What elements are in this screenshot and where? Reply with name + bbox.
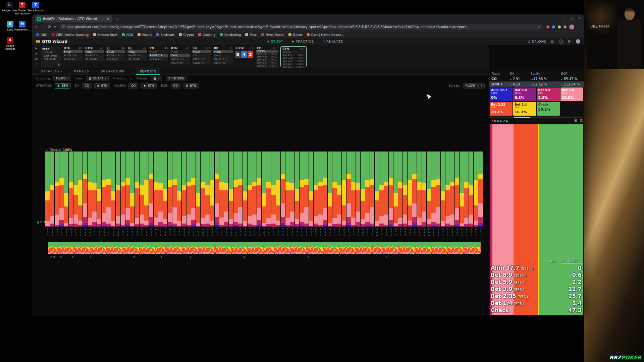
strategy-cell-bet-5-9[interactable]: Bet 5.983%2.3%	[537, 87, 560, 101]
flop-bar[interactable]	[97, 152, 101, 227]
fullscreen-icon[interactable]: ⊡	[551, 40, 554, 43]
extension-icon[interactable]	[552, 25, 555, 28]
strategy-cell-check[interactable]: Check50.2%	[537, 102, 560, 116]
bookmark-item[interactable]: Crypto	[179, 33, 194, 37]
flop-bar[interactable]	[92, 152, 97, 227]
strategy-cell-bet-2-35[interactable]: Bet 2.3533%20.1%	[490, 102, 513, 116]
flop-bar[interactable]	[300, 152, 304, 227]
flop-bar[interactable]	[116, 152, 120, 227]
preflop-action-row[interactable]: FOLD	[149, 50, 168, 53]
view-select[interactable]: ▥CHART▾	[86, 76, 109, 81]
flop-bar[interactable]	[201, 152, 205, 227]
flop-bar[interactable]	[323, 152, 327, 227]
postflop-action-row[interactable]: CHECK	[256, 50, 278, 53]
flop-bar[interactable]	[328, 152, 332, 227]
preflop-action-row[interactable]: FOLD	[170, 50, 190, 53]
flop-bar[interactable]	[295, 152, 299, 227]
flop-bar[interactable]	[144, 152, 149, 227]
actions-select[interactable]: ▦▾	[151, 76, 162, 81]
flop-bar[interactable]	[314, 152, 318, 227]
bookmark-item[interactable]: Vocals	[138, 33, 152, 37]
flop-bar[interactable]	[318, 152, 323, 227]
desktop-icon[interactable]: MMalwareby...	[13, 21, 31, 32]
flop-bar[interactable]	[464, 152, 469, 227]
preflop-action-row[interactable]: FOLD	[127, 50, 147, 53]
preflop-action-row[interactable]: RAISE 2.3	[85, 54, 104, 57]
preflop-action-row[interactable]: RAISE 2.3	[63, 54, 83, 57]
home-icon[interactable]: ⌂	[54, 24, 56, 29]
flop-bar[interactable]	[154, 152, 158, 227]
user-avatar[interactable]	[576, 39, 580, 44]
flop-bar[interactable]	[474, 152, 478, 227]
nav-tab-analyze[interactable]: ∿ANALYZE	[323, 40, 343, 43]
extension-icon[interactable]	[564, 25, 567, 28]
flop-bar[interactable]	[276, 152, 280, 227]
flop-bar[interactable]	[248, 152, 252, 227]
flop-bar[interactable]	[182, 152, 186, 227]
flop-bar[interactable]	[78, 152, 83, 227]
flop-bar[interactable]	[186, 152, 191, 227]
postflop-action-row[interactable]: BET 5.9(83%)	[282, 63, 305, 65]
camera-icon[interactable]: ▣	[574, 119, 577, 122]
preflop-action-row[interactable]: CALL	[213, 54, 233, 57]
target-icon[interactable]: ◎	[35, 52, 38, 55]
flop-bar[interactable]	[365, 152, 370, 227]
flop-bar[interactable]	[64, 152, 68, 227]
flop-bar[interactable]	[271, 152, 276, 227]
bookmark-item[interactable]: Stream Stuff	[93, 33, 117, 37]
postflop-action-row[interactable]: BET 1.4(20%)	[256, 53, 278, 56]
flop-bar[interactable]	[337, 152, 341, 227]
page-info-icon[interactable]: ⓘ	[62, 24, 65, 29]
extension-icon[interactable]	[558, 25, 561, 28]
flop-bar[interactable]	[455, 152, 459, 227]
nav-tab-practice[interactable]: ▶PRACTICE	[292, 40, 314, 43]
browser-menu-icon[interactable]: ⋮	[577, 24, 581, 29]
flop-bar[interactable]	[441, 152, 445, 227]
preflop-action-row[interactable]: FOLD	[63, 50, 83, 53]
tab-breakdown[interactable]: BREAKDOWN	[101, 68, 125, 75]
flop-bar[interactable]	[130, 152, 135, 227]
preflop-action-row[interactable]: FOLD	[213, 50, 233, 53]
flop-bar[interactable]	[290, 152, 294, 227]
preflop-action-row[interactable]: ALLIN 40	[63, 57, 83, 61]
flop-bar[interactable]	[379, 152, 384, 227]
flop-bar[interactable]	[403, 152, 407, 227]
flop-bar[interactable]	[196, 152, 200, 227]
flop-bar[interactable]	[257, 152, 261, 227]
settings-gear-icon[interactable]: ⚙	[568, 40, 571, 43]
preflop-action-row[interactable]: RAISE 9.2	[192, 57, 211, 61]
preflop-action-row[interactable]: RAISE 6.9	[170, 57, 190, 61]
eqr-btn-chip[interactable]: ♠BTN	[183, 83, 199, 88]
bookmark-item[interactable]: Decor	[288, 33, 302, 37]
preflop-action-row[interactable]: ALLIN 40	[85, 57, 104, 61]
chart-minimap-scrollbar[interactable]	[48, 242, 481, 254]
flop-bar[interactable]	[73, 152, 78, 227]
flop-bar[interactable]	[238, 152, 243, 227]
flop-bar[interactable]	[266, 152, 271, 227]
ev-btn-chip[interactable]: ♠BTN	[94, 83, 110, 88]
filters-button[interactable]: ▽FILTERS	[166, 76, 187, 81]
flop-bar[interactable]	[106, 152, 111, 227]
flop-bar[interactable]	[478, 152, 483, 227]
flop-bar[interactable]	[168, 152, 172, 227]
node-column-btn[interactable]: BTN37.7CHECKBET 1.4(20%)BET 2.35(33%)BET…	[280, 46, 307, 67]
back-icon[interactable]: ←	[36, 24, 39, 29]
preflop-action-row[interactable]: RAISE 2.3	[106, 54, 125, 57]
bookmark-star-icon[interactable]: ☆	[538, 25, 541, 29]
flop-bar[interactable]	[398, 152, 402, 227]
app-brand[interactable]: W GTO Wizard	[32, 39, 67, 44]
tab-reports[interactable]: REPORTS	[136, 68, 160, 75]
flop-bar[interactable]	[59, 152, 64, 227]
preflop-action-row[interactable]: ALLIN 40	[170, 61, 190, 64]
flop-bar[interactable]	[445, 152, 450, 227]
flop-bar[interactable]	[384, 152, 388, 227]
flop-bar[interactable]	[450, 152, 454, 227]
highlight-alpha-toggle[interactable]: α	[130, 77, 132, 80]
mtt-settings-block[interactable]: MTT · ChipEV· With limps· Avg 40bb ⚙	[41, 46, 61, 67]
flop-bar[interactable]	[210, 152, 214, 227]
flop-bar[interactable]	[191, 152, 196, 227]
flop-bar[interactable]	[149, 152, 153, 227]
postflop-action-row[interactable]: BET 3.9(55%)	[282, 60, 305, 62]
sort-select[interactable]: FLOPS↑▾	[463, 83, 485, 88]
bookmark-item[interactable]: ADD	[122, 33, 133, 37]
